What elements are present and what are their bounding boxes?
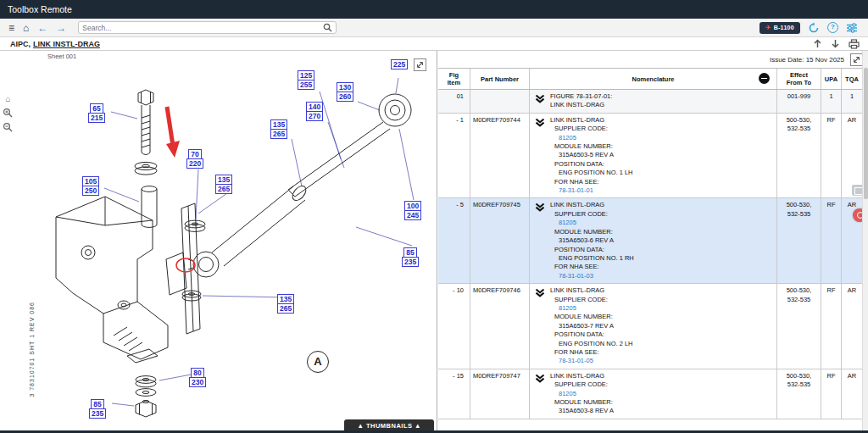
red-annotations	[166, 107, 195, 272]
breadcrumb: AIPC,LINK INSTL-DRAG	[10, 40, 100, 48]
nomenclature-line: FOR NHA SEE:	[550, 263, 775, 271]
diagram-callout[interactable]: 65215	[88, 103, 105, 123]
nomenclature-line: LINK INSTL-DRAG	[550, 372, 775, 380]
scrollbar-thumb[interactable]	[864, 68, 868, 199]
diagram-callout[interactable]: 135265	[215, 175, 232, 194]
nomenclature-line: POSITION DATA:	[550, 330, 775, 339]
expand-chevron-icon[interactable]	[535, 374, 545, 383]
breadcrumb-bar: AIPC,LINK INSTL-DRAG	[0, 37, 868, 51]
nomenclature-line: MODULE NUMBER:	[550, 142, 775, 151]
aircraft-badge[interactable]: ✈ B-1100	[760, 22, 800, 34]
home-icon[interactable]: ⌂	[23, 19, 29, 36]
settings-sliders-icon[interactable]	[846, 23, 858, 33]
upa-cell: RF	[821, 284, 842, 369]
nomenclature-line: SUPPLIER CODE:	[550, 296, 775, 304]
table-row[interactable]: - 1M0DREF709744LINK INSTL-DRAGSUPPLIER C…	[438, 114, 868, 199]
back-icon[interactable]: ←	[37, 19, 47, 36]
header-fig-item: Fig Item	[438, 69, 470, 89]
breadcrumb-prefix: AIPC,	[10, 40, 31, 48]
diagram-viewer-panel: Sheet 001 ⌂	[0, 51, 437, 433]
nomenclature-line: MODULE NUMBER:	[550, 398, 775, 407]
tqa-cell: 1	[842, 90, 863, 113]
expand-chevron-icon[interactable]	[535, 118, 545, 127]
nomenclature-line: ENG POSITION NO. 2 LH	[550, 340, 775, 348]
nomenclature-link[interactable]: 81205	[550, 390, 775, 398]
expand-chevron-icon[interactable]	[535, 94, 545, 103]
nomenclature-cell: LINK INSTL-DRAGSUPPLIER CODE:81205MODULE…	[530, 284, 777, 369]
nomenclature-cell: LINK INSTL-DRAGSUPPLIER CODE:81205MODULE…	[530, 369, 777, 419]
diagram-callout[interactable]: 135265	[270, 119, 287, 139]
table-row[interactable]: - 5M0DREF709745LINK INSTL-DRAGSUPPLIER C…	[438, 198, 868, 284]
part-number-cell: M0DREF709745	[470, 198, 530, 283]
detail-letter-marker: A	[307, 351, 329, 373]
diagram-callout[interactable]: 85235	[402, 247, 419, 267]
table-scrollbar	[862, 51, 868, 433]
nomenclature-line: 315A6503-5 REV A	[550, 151, 775, 159]
nomenclature-cell: LINK INSTL-DRAGSUPPLIER CODE:81205MODULE…	[530, 198, 777, 283]
undo-icon[interactable]	[808, 22, 820, 34]
diagram-callout[interactable]: 80230	[189, 368, 206, 387]
expand-chevron-icon[interactable]	[535, 288, 545, 297]
nomenclature-cell: LINK INSTL-DRAGSUPPLIER CODE:81205MODULE…	[530, 114, 777, 198]
search-input[interactable]	[82, 24, 323, 32]
upa-cell: 1	[821, 90, 842, 113]
aircraft-badge-label: B-1100	[774, 25, 794, 31]
part-number-cell	[470, 90, 530, 113]
collapse-all-icon[interactable]	[759, 73, 770, 84]
search-icon[interactable]	[323, 23, 332, 32]
nomenclature-link[interactable]: 81205	[550, 219, 775, 227]
table-header-row: Fig Item Part Number Nomenclature Effect…	[438, 68, 868, 90]
tqa-cell: AR	[842, 284, 863, 369]
diagram-callout[interactable]: 85235	[89, 399, 106, 419]
nomenclature-link[interactable]: 78-31-01-01	[550, 186, 775, 195]
nomenclature-line: 315A6503-6 REV A	[550, 236, 775, 245]
header-tqa: TQA	[842, 69, 863, 89]
nomenclature-link[interactable]: 78-31-01-03	[550, 272, 775, 280]
main-content: Sheet 001 ⌂	[0, 51, 868, 433]
expand-chevron-icon[interactable]	[535, 203, 545, 212]
nomenclature-line: LINK INSTL-DRAG	[550, 116, 775, 125]
diagram-callout[interactable]: 130260	[337, 82, 353, 102]
nomenclature-line: 315A6503-7 REV A	[550, 322, 775, 330]
nomenclature-link[interactable]: 78-31-01-05	[550, 357, 775, 365]
fig-item-cell: - 5	[438, 198, 470, 283]
print-icon[interactable]	[849, 39, 860, 49]
diagram-callout[interactable]: 140270	[306, 102, 323, 121]
help-icon[interactable]: ?	[827, 22, 838, 33]
upa-cell: RF	[821, 369, 842, 419]
nomenclature-line: FOR NHA SEE:	[550, 178, 775, 186]
table-row[interactable]: 01FIGURE 78-31-07-01:LINK INSTL-DRAG001-…	[438, 90, 868, 114]
parts-diagram[interactable]	[0, 51, 437, 430]
table-expand-icon[interactable]	[850, 53, 863, 66]
forward-icon[interactable]: →	[56, 19, 66, 36]
menu-icon[interactable]: ≡	[8, 19, 14, 36]
breadcrumb-current-link[interactable]: LINK INSTL-DRAG	[33, 40, 100, 48]
nomenclature-line: ENG POSITION NO. 1 LH	[550, 169, 775, 177]
nav-up-icon[interactable]	[813, 39, 822, 48]
diagram-callout[interactable]: 70220	[186, 149, 203, 169]
fig-item-cell: 01	[438, 90, 470, 113]
nomenclature-link[interactable]: 81205	[550, 304, 775, 313]
table-row[interactable]: - 15M0DREF709747LINK INSTL-DRAGSUPPLIER …	[438, 369, 868, 419]
table-row[interactable]: - 10M0DREF709746LINK INSTL-DRAGSUPPLIER …	[438, 284, 868, 369]
header-nomenclature: Nomenclature	[530, 69, 777, 89]
diagram-callout[interactable]: 225	[391, 59, 408, 69]
diagram-callout[interactable]: 100245	[404, 201, 421, 220]
nomenclature-line: SUPPLIER CODE:	[550, 210, 775, 219]
parts-table-rows: 01FIGURE 78-31-07-01:LINK INSTL-DRAG001-…	[438, 90, 868, 419]
part-number-cell: M0DREF709744	[470, 114, 530, 198]
nomenclature-line: FIGURE 78-31-07-01:	[550, 92, 775, 101]
nomenclature-link[interactable]: 81205	[550, 134, 775, 142]
fig-item-cell: - 15	[438, 369, 470, 419]
nomenclature-line: LINK INSTL-DRAG	[550, 286, 775, 295]
parts-table-panel: Issue Date: 15 Nov 2025 Fig Item Part Nu…	[438, 51, 868, 433]
nomenclature-line: SUPPLIER CODE:	[550, 380, 775, 389]
upa-cell: RF	[821, 198, 842, 283]
diagram-callout[interactable]: 105250	[82, 176, 99, 196]
effect-cell: 500-530,532-535	[777, 114, 821, 198]
diagram-callout[interactable]: 125255	[298, 70, 314, 90]
part-number-cell: M0DREF709746	[470, 284, 530, 369]
diagram-callout[interactable]: 135265	[277, 294, 294, 314]
app-window: Toolbox Remote ≡ ⌂ ← → ✈ B-1100 ?	[0, 0, 868, 433]
nav-down-icon[interactable]	[831, 39, 840, 48]
